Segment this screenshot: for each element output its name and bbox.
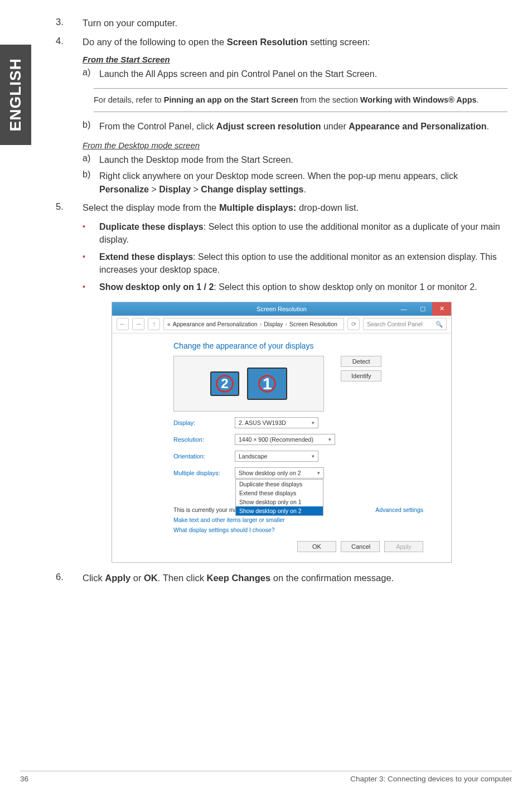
apply-button[interactable]: Apply — [384, 541, 423, 552]
search-placeholder: Search Control Panel — [367, 321, 423, 327]
text: For details, refer to — [94, 95, 164, 104]
text-bold: OK — [144, 573, 158, 583]
page-footer: 36 Chapter 3: Connecting devices to your… — [20, 771, 512, 783]
identify-button[interactable]: Identify — [341, 370, 381, 381]
search-input[interactable]: Search Control Panel 🔍 — [363, 318, 447, 330]
text-bold: Show desktop only on 1 / 2 — [99, 282, 214, 292]
multiple-displays-combo[interactable]: Show desktop only on 2▾ Duplicate these … — [235, 467, 324, 479]
up-button[interactable]: ↑ — [148, 318, 160, 330]
resolution-combo[interactable]: 1440 × 900 (Recommended)▾ — [235, 434, 335, 445]
label-display: Display: — [173, 419, 229, 426]
text-bold: Display — [159, 185, 191, 194]
text: > — [149, 185, 159, 194]
step-text: Turn on your computer. — [83, 17, 507, 30]
text-bold: Apply — [105, 573, 130, 583]
window-titlebar[interactable]: Screen Resolution — ▢ ✕ — [112, 302, 451, 316]
refresh-button[interactable]: ⟳ — [347, 318, 360, 330]
text: From the Control Panel, click — [99, 122, 216, 131]
cancel-button[interactable]: Cancel — [341, 541, 380, 552]
monitor-1-icon[interactable]: 1 — [247, 368, 287, 400]
text-bold: Personalize — [99, 185, 149, 194]
text-bold: Duplicate these displays — [99, 222, 204, 231]
label-resolution: Resolution: — [173, 436, 229, 443]
text: on the confirmation message. — [270, 573, 394, 583]
text: from the section — [298, 95, 360, 104]
dropdown-option-selected[interactable]: Show desktop only on 2 — [236, 506, 323, 515]
breadcrumb[interactable]: « Appearance and Personalization› Displa… — [163, 318, 344, 330]
chevron-down-icon: ▾ — [312, 453, 315, 459]
text-size-link[interactable]: Make text and other items larger or smal… — [173, 516, 423, 523]
dropdown-option[interactable]: Duplicate these displays — [236, 480, 323, 489]
text: Do any of the following to open the — [83, 37, 227, 47]
substep-mark: a) — [83, 153, 99, 166]
combo-value: 1440 × 900 (Recommended) — [239, 436, 313, 443]
dropdown-option[interactable]: Extend these displays — [236, 489, 323, 497]
maximize-button[interactable]: ▢ — [413, 302, 432, 316]
breadcrumb-item[interactable]: Display — [264, 321, 283, 327]
combo-value: Landscape — [239, 453, 267, 460]
chevron-right-icon: › — [260, 321, 262, 327]
text: . — [486, 122, 489, 131]
breadcrumb-item[interactable]: Screen Resolution — [289, 321, 337, 327]
bullet-icon: • — [83, 281, 99, 293]
text: : Select this option to show desktop onl… — [214, 282, 477, 292]
text: Click — [83, 573, 105, 583]
text: drop-down list. — [296, 202, 359, 212]
back-button[interactable]: ← — [117, 318, 129, 330]
monitor-number: 1 — [263, 374, 272, 393]
display-settings-help-link[interactable]: What display settings should I choose? — [173, 526, 423, 533]
text-bold: Pinning an app on the Start Screen — [164, 95, 298, 104]
close-button[interactable]: ✕ — [432, 302, 451, 316]
text: . — [303, 185, 306, 194]
note-text: For details, refer to Pinning an app on … — [94, 88, 507, 112]
bullet-text: Extend these displays: Select this optio… — [99, 250, 507, 276]
orientation-combo[interactable]: Landscape▾ — [235, 451, 318, 462]
dropdown-list: Duplicate these displays Extend these di… — [235, 479, 323, 516]
bullet-icon: • — [83, 250, 99, 276]
substep-mark: b) — [83, 120, 99, 133]
callout-circle-icon: 1 — [258, 375, 276, 393]
substep-text: Launch the All Apps screen and pin Contr… — [99, 67, 507, 80]
substep-mark: a) — [83, 67, 99, 80]
step-number: 3. — [56, 17, 83, 30]
text: . — [477, 95, 479, 104]
nav-bar: ← → ↑ « Appearance and Personalization› … — [112, 316, 451, 334]
step-text: Select the display mode from the Multipl… — [83, 201, 507, 215]
text: Right click anywhere on your Desktop mod… — [99, 171, 458, 181]
minimize-button[interactable]: — — [394, 302, 413, 316]
detect-button[interactable]: Detect — [341, 356, 381, 367]
monitor-2-icon[interactable]: 2 — [210, 371, 239, 396]
label-orientation: Orientation: — [173, 453, 229, 460]
bullet-text: Show desktop only on 1 / 2: Select this … — [99, 281, 507, 293]
step-text: Click Apply or OK. Then click Keep Chang… — [83, 572, 507, 585]
substep-text: Launch the Desktop mode from the Start S… — [99, 153, 507, 166]
breadcrumb-item[interactable]: Appearance and Personalization — [173, 321, 258, 327]
substep-text: Right click anywhere on your Desktop mod… — [99, 170, 507, 195]
text: > — [191, 185, 201, 194]
combo-value: Show desktop only on 2 — [239, 470, 301, 476]
step-number: 4. — [56, 36, 83, 49]
dropdown-option[interactable]: Show desktop only on 1 — [236, 497, 323, 506]
chevron-down-icon: ▾ — [328, 437, 331, 442]
page-number: 36 — [20, 775, 28, 783]
subheading-from-start: From the Start Screen — [83, 55, 507, 64]
display-preview[interactable]: 2 1 — [173, 356, 324, 412]
text-bold: Screen Resolution — [227, 37, 308, 47]
advanced-settings-link[interactable]: Advanced settings — [375, 506, 423, 513]
chevron-down-icon: ▾ — [317, 470, 320, 476]
text: Select the display mode from the — [83, 202, 219, 212]
step-text: Do any of the following to open the Scre… — [83, 36, 507, 49]
panel-heading: Change the appearance of your displays — [173, 341, 423, 350]
substep-mark: b) — [83, 170, 99, 195]
callout-circle-icon: 2 — [216, 375, 234, 393]
chapter-title: Chapter 3: Connecting devices to your co… — [350, 775, 512, 783]
ok-button[interactable]: OK — [297, 541, 336, 552]
text: . Then click — [158, 573, 207, 583]
step-number: 5. — [56, 201, 83, 215]
display-combo[interactable]: 2. ASUS VW193D▾ — [235, 417, 318, 428]
forward-button[interactable]: → — [132, 318, 144, 330]
page-content: 3. Turn on your computer. 4. Do any of t… — [56, 17, 507, 591]
search-icon: 🔍 — [436, 321, 443, 328]
text: or — [130, 573, 144, 583]
combo-value: 2. ASUS VW193D — [239, 419, 286, 426]
